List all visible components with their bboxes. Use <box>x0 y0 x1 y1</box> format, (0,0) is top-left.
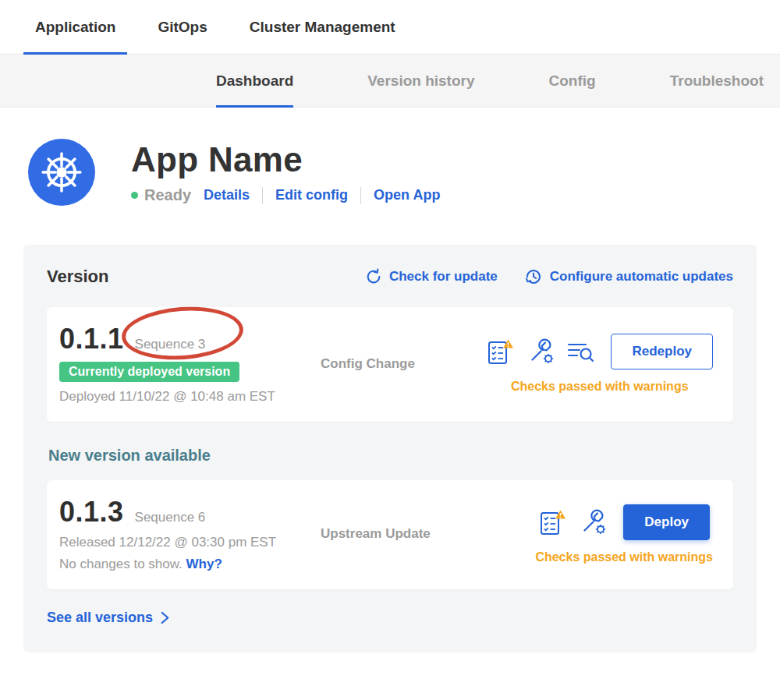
why-link[interactable]: Why? <box>186 557 222 571</box>
preflight-checks-warning-icon[interactable] <box>538 509 566 536</box>
current-version-number: 0.1.1 <box>59 323 124 355</box>
app-meta-row: Ready Details Edit config Open App <box>131 186 440 204</box>
released-timestamp: Released 12/12/22 @ 03:30 pm EST <box>59 535 321 550</box>
tab-version-history[interactable]: Version history <box>367 55 474 107</box>
open-app-link[interactable]: Open App <box>374 187 440 203</box>
see-all-versions-link[interactable]: See all versions <box>47 610 170 626</box>
tab-config[interactable]: Config <box>549 55 596 107</box>
see-all-versions-label: See all versions <box>47 610 153 626</box>
new-version-card: 0.1.3 Sequence 6 Released 12/12/22 @ 03:… <box>47 480 733 589</box>
version-panel: Version Check for update Configure autom… <box>23 245 757 652</box>
configure-automatic-updates-label: Configure automatic updates <box>550 269 733 285</box>
new-version-number: 0.1.3 <box>59 496 124 529</box>
configure-automatic-updates-link[interactable]: Configure automatic updates <box>524 267 733 286</box>
current-version-sequence: Sequence 3 <box>135 337 206 352</box>
current-version-card: 0.1.1 Sequence 3 Currently deployed vers… <box>47 307 733 422</box>
nav-tab-application[interactable]: Application <box>23 0 127 54</box>
config-wrench-gear-icon[interactable] <box>527 338 554 365</box>
new-change-type: Upstream Update <box>321 526 465 542</box>
deploy-button[interactable]: Deploy <box>623 504 710 540</box>
edit-config-link[interactable]: Edit config <box>275 187 348 203</box>
no-changes-text: No changes to show. <box>59 557 183 571</box>
view-diff-icon[interactable] <box>567 340 594 363</box>
preflight-checks-warning-icon[interactable] <box>486 338 514 365</box>
tab-dashboard[interactable]: Dashboard <box>216 55 293 107</box>
redeploy-button[interactable]: Redeploy <box>611 334 713 369</box>
divider <box>262 187 263 204</box>
no-changes-line: No changes to show. Why? <box>59 557 321 572</box>
divider <box>360 187 361 204</box>
details-link[interactable]: Details <box>204 187 250 203</box>
nav-tab-gitops[interactable]: GitOps <box>146 0 218 54</box>
version-panel-header: Version Check for update Configure autom… <box>47 267 733 287</box>
refresh-icon <box>365 268 382 285</box>
version-panel-title: Version <box>47 267 108 287</box>
current-checks-status: Checks passed with warnings <box>511 380 689 394</box>
kubernetes-logo-icon <box>28 139 95 206</box>
config-wrench-gear-icon[interactable] <box>580 509 606 536</box>
new-checks-status: Checks passed with warnings <box>535 550 713 564</box>
nav-tab-cluster-management[interactable]: Cluster Management <box>238 0 407 54</box>
app-header: App Name Ready Details Edit config Open … <box>28 139 780 206</box>
chevron-right-icon <box>160 611 170 624</box>
status-badge: Ready <box>131 186 191 204</box>
secondary-nav: Dashboard Version history Config Trouble… <box>0 55 780 108</box>
deployed-timestamp: Deployed 11/10/22 @ 10:48 am EST <box>59 389 321 405</box>
new-version-sequence: Sequence 6 <box>135 510 206 525</box>
clock-refresh-icon <box>524 267 543 286</box>
check-for-update-label: Check for update <box>389 269 498 285</box>
page-title: App Name <box>131 140 440 179</box>
primary-nav: Application GitOps Cluster Management <box>0 0 780 55</box>
status-dot-icon <box>131 192 138 199</box>
new-version-heading: New version available <box>48 447 733 465</box>
status-label: Ready <box>144 186 191 204</box>
current-change-type: Config Change <box>321 356 465 372</box>
tab-troubleshoot[interactable]: Troubleshoot <box>670 55 764 107</box>
currently-deployed-badge: Currently deployed version <box>59 362 239 382</box>
check-for-update-link[interactable]: Check for update <box>365 267 498 286</box>
